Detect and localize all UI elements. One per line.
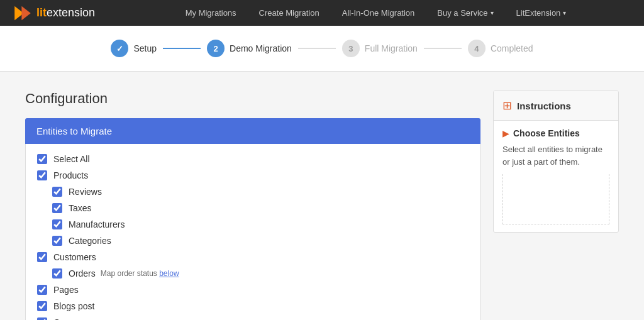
- choose-entities-text: Select all entities to migrate or just a…: [502, 143, 609, 168]
- step-label-demo: Demo Migration: [230, 43, 292, 53]
- step-full-migration: 3 Full Migration: [342, 40, 418, 57]
- label-customers: Customers: [53, 252, 96, 262]
- label-reviews: Reviews: [69, 187, 102, 197]
- step-circle-setup: ✓: [111, 40, 128, 57]
- checkbox-products[interactable]: [37, 170, 47, 180]
- checkbox-pages[interactable]: [37, 285, 47, 295]
- brand-name: litextension: [36, 6, 95, 19]
- config-panel: Configuration Entities to Migrate Select…: [25, 91, 480, 320]
- checkbox-reviews[interactable]: [52, 187, 62, 197]
- buy-service-caret-icon: ▾: [491, 9, 494, 16]
- instructions-panel: ⊞ Instructions ▶ Choose Entities Select …: [493, 91, 619, 320]
- step-label-completed: Completed: [491, 43, 533, 53]
- label-categories: Categories: [69, 236, 111, 246]
- checkbox-row-blogs-post: Blogs post: [37, 301, 469, 311]
- checkbox-row-orders: Orders Map order status below: [52, 268, 469, 279]
- checkbox-row-select-all: Select All: [37, 154, 469, 164]
- config-title: Configuration: [25, 91, 480, 107]
- nav-litextension[interactable]: LitExtension ▾: [508, 0, 575, 26]
- progress-steps: ✓ Setup 2 Demo Migration 3 Full Migratio…: [0, 26, 644, 72]
- instructions-title: Instructions: [517, 101, 571, 111]
- checkbox-categories[interactable]: [52, 236, 62, 246]
- entities-body: Select All Products Reviews Taxes Manufa…: [25, 144, 480, 320]
- instructions-dashed-area: [502, 174, 609, 224]
- nav-links: My Migrations Create Migration All-In-On…: [120, 0, 631, 26]
- label-manufacturers: Manufacturers: [69, 219, 125, 229]
- label-coupons: Coupons: [53, 317, 89, 320]
- label-pages: Pages: [53, 285, 79, 295]
- label-select-all: Select All: [53, 154, 90, 164]
- label-products: Products: [53, 170, 88, 180]
- choose-entities-title: Choose Entities: [513, 128, 580, 138]
- checkbox-manufacturers[interactable]: [52, 219, 62, 229]
- step-circle-full: 3: [342, 40, 360, 57]
- step-completed: 4 Completed: [468, 40, 533, 57]
- choose-entities-arrow-icon: ▶: [502, 128, 509, 138]
- map-order-status-text: Map order status below: [101, 269, 179, 278]
- choose-entities-header: ▶ Choose Entities: [502, 128, 609, 138]
- map-order-status-link[interactable]: below: [159, 269, 179, 278]
- main-content: Configuration Entities to Migrate Select…: [0, 72, 644, 320]
- checkbox-select-all[interactable]: [37, 154, 47, 164]
- nav-create-migration[interactable]: Create Migration: [250, 0, 328, 26]
- checkbox-taxes[interactable]: [52, 203, 62, 213]
- checkbox-row-reviews: Reviews: [52, 187, 469, 197]
- entities-header: Entities to Migrate: [25, 118, 480, 144]
- navbar: litextension My Migrations Create Migrat…: [0, 0, 644, 26]
- label-taxes: Taxes: [69, 203, 92, 213]
- instructions-body: ▶ Choose Entities Select all entities to…: [494, 121, 618, 232]
- checkbox-row-products: Products: [37, 170, 469, 180]
- connector-1: [163, 48, 201, 49]
- connector-3: [424, 48, 462, 49]
- label-blogs-post: Blogs post: [53, 301, 94, 311]
- connector-2: [298, 48, 336, 49]
- checkbox-orders[interactable]: [52, 268, 62, 279]
- step-circle-demo: 2: [207, 40, 225, 57]
- instructions-grid-icon: ⊞: [502, 99, 512, 113]
- step-demo-migration: 2 Demo Migration: [207, 40, 292, 57]
- nav-all-in-one[interactable]: All-In-One Migration: [333, 0, 424, 26]
- step-label-setup: Setup: [133, 43, 157, 53]
- checkbox-blogs-post[interactable]: [37, 301, 47, 311]
- instructions-box: ⊞ Instructions ▶ Choose Entities Select …: [493, 91, 619, 233]
- checkbox-coupons[interactable]: [37, 317, 47, 320]
- instructions-header: ⊞ Instructions: [494, 91, 618, 121]
- step-setup: ✓ Setup: [111, 40, 157, 57]
- svg-marker-1: [21, 6, 30, 19]
- brand-logo[interactable]: litextension: [13, 3, 95, 23]
- step-label-full: Full Migration: [365, 43, 418, 53]
- checkbox-row-categories: Categories: [52, 236, 469, 246]
- nav-buy-service[interactable]: Buy a Service ▾: [428, 0, 502, 26]
- checkbox-row-coupons: Coupons: [37, 317, 469, 320]
- checkbox-row-manufacturers: Manufacturers: [52, 219, 469, 229]
- checkbox-row-taxes: Taxes: [52, 203, 469, 213]
- checkbox-customers[interactable]: [37, 252, 47, 262]
- step-circle-completed: 4: [468, 40, 486, 57]
- nav-my-migrations[interactable]: My Migrations: [177, 0, 245, 26]
- checkbox-row-customers: Customers: [37, 252, 469, 262]
- checkbox-row-pages: Pages: [37, 285, 469, 295]
- label-orders: Orders: [69, 268, 96, 279]
- litextension-caret-icon: ▾: [563, 9, 566, 16]
